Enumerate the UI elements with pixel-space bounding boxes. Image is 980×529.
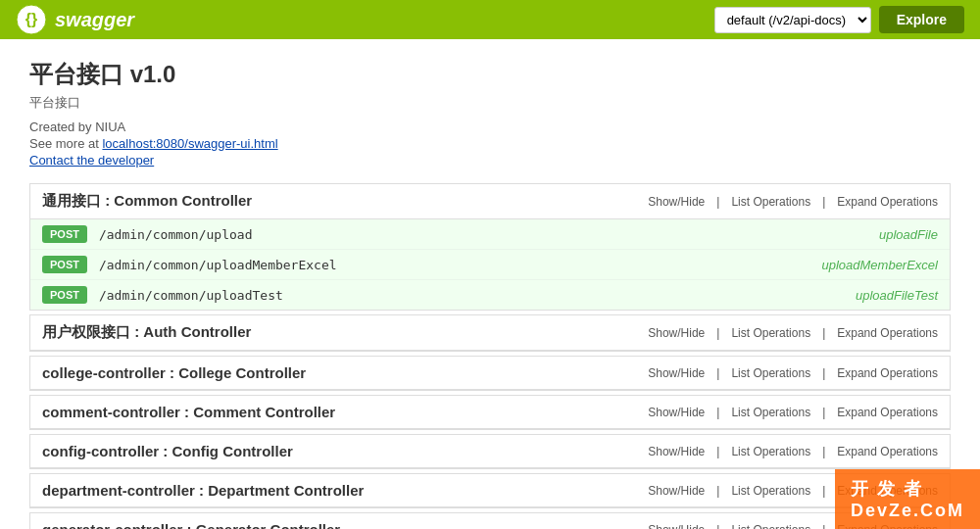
controller-show-hide-college-controller[interactable]: Show/Hide — [648, 366, 705, 380]
controller-show-hide-config-controller[interactable]: Show/Hide — [648, 445, 705, 458]
controller-actions-config-controller: Show/Hide | List Operations | Expand Ope… — [648, 445, 938, 458]
controller-title-generator-controller: generator-controller : Generator Control… — [42, 521, 340, 529]
controller-list-operations-common-controller[interactable]: List Operations — [731, 195, 810, 209]
controller-show-hide-comment-controller[interactable]: Show/Hide — [648, 406, 705, 419]
controller-actions-common-controller: Show/Hide | List Operations | Expand Ope… — [648, 195, 938, 209]
controller-actions-college-controller: Show/Hide | List Operations | Expand Ope… — [648, 366, 938, 380]
created-by-text: Created by NIUA — [29, 120, 951, 134]
endpoint-row[interactable]: POST/admin/common/uploaduploadFile — [30, 219, 950, 250]
method-badge: POST — [42, 286, 87, 304]
controller-expand-operations-college-controller[interactable]: Expand Operations — [837, 366, 938, 380]
separator: | — [822, 445, 825, 458]
controller-title-config-controller: config-controller : Config Controller — [42, 443, 293, 459]
endpoint-path: /admin/common/uploadMemberExcel — [99, 258, 822, 272]
controller-actions-department-controller: Show/Hide | List Operations | Expand Ope… — [648, 484, 938, 498]
page-subtitle: 平台接口 — [29, 94, 951, 112]
see-more-link[interactable]: localhost:8080/swagger-ui.html — [102, 136, 277, 151]
endpoint-label: uploadFile — [879, 227, 938, 242]
separator: | — [822, 406, 825, 419]
controller-show-hide-department-controller[interactable]: Show/Hide — [648, 484, 705, 498]
controller-expand-operations-department-controller[interactable]: Expand Operations — [837, 484, 938, 498]
controller-section-college-controller: college-controller : College ControllerS… — [29, 356, 951, 391]
header-left: {} swagger — [16, 4, 134, 35]
separator: | — [716, 523, 719, 530]
separator: | — [822, 523, 825, 530]
controller-title-college-controller: college-controller : College Controller — [42, 364, 306, 381]
endpoint-path: /admin/common/upload — [99, 227, 879, 242]
page-title: 平台接口 v1.0 — [29, 59, 951, 90]
api-docs-select[interactable]: default (/v2/api-docs) — [714, 7, 871, 33]
separator: | — [822, 484, 825, 498]
method-badge: POST — [42, 256, 87, 273]
see-more-line: See more at localhost:8080/swagger-ui.ht… — [29, 136, 951, 151]
controller-section-config-controller: config-controller : Config ControllerSho… — [29, 434, 951, 469]
separator: | — [822, 195, 825, 209]
separator: | — [822, 366, 825, 380]
controller-list-operations-college-controller[interactable]: List Operations — [731, 366, 810, 380]
controller-actions-generator-controller: Show/Hide | List Operations | Expand Ope… — [648, 523, 938, 530]
contact-developer-link[interactable]: Contact the developer — [29, 153, 154, 168]
controller-show-hide-auth-controller[interactable]: Show/Hide — [648, 326, 705, 340]
controller-header-generator-controller: generator-controller : Generator Control… — [30, 513, 950, 529]
controller-header-comment-controller: comment-controller : Comment ControllerS… — [30, 396, 950, 429]
controller-section-department-controller: department-controller : Department Contr… — [29, 473, 951, 508]
controller-header-college-controller: college-controller : College ControllerS… — [30, 357, 950, 390]
separator: | — [716, 195, 719, 209]
separator: | — [822, 326, 825, 340]
separator: | — [716, 484, 719, 498]
controller-title-common-controller: 通用接口 : Common Controller — [42, 192, 252, 211]
header: {} swagger default (/v2/api-docs) Explor… — [0, 0, 980, 39]
svg-text:{}: {} — [25, 11, 37, 27]
controller-section-generator-controller: generator-controller : Generator Control… — [29, 512, 951, 529]
header-right: default (/v2/api-docs) Explore — [714, 6, 964, 33]
separator: | — [716, 406, 719, 419]
controller-header-auth-controller: 用户权限接口 : Auth ControllerShow/Hide | List… — [30, 315, 950, 351]
main-content: 平台接口 v1.0 平台接口 Created by NIUA See more … — [0, 39, 980, 529]
controller-list-operations-generator-controller[interactable]: List Operations — [731, 523, 810, 530]
controller-header-department-controller: department-controller : Department Contr… — [30, 474, 950, 507]
swagger-logo-icon: {} — [16, 4, 47, 35]
controller-section-comment-controller: comment-controller : Comment ControllerS… — [29, 395, 951, 430]
see-more-label: See more at — [29, 136, 102, 151]
controller-expand-operations-config-controller[interactable]: Expand Operations — [837, 445, 938, 458]
controller-section-auth-controller: 用户权限接口 : Auth ControllerShow/Hide | List… — [29, 314, 951, 352]
controller-list-operations-auth-controller[interactable]: List Operations — [731, 326, 810, 340]
controller-actions-auth-controller: Show/Hide | List Operations | Expand Ope… — [648, 326, 938, 340]
controller-show-hide-common-controller[interactable]: Show/Hide — [648, 195, 705, 209]
controller-title-auth-controller: 用户权限接口 : Auth Controller — [42, 323, 251, 342]
explore-button[interactable]: Explore — [879, 6, 964, 33]
controllers-container: 通用接口 : Common ControllerShow/Hide | List… — [29, 183, 951, 529]
controller-expand-operations-comment-controller[interactable]: Expand Operations — [837, 406, 938, 419]
controller-show-hide-generator-controller[interactable]: Show/Hide — [648, 523, 705, 530]
controller-title-department-controller: department-controller : Department Contr… — [42, 482, 364, 499]
separator: | — [716, 366, 719, 380]
method-badge: POST — [42, 225, 87, 243]
controller-expand-operations-auth-controller[interactable]: Expand Operations — [837, 326, 938, 340]
endpoint-path: /admin/common/uploadTest — [99, 288, 856, 303]
controller-expand-operations-common-controller[interactable]: Expand Operations — [837, 195, 938, 209]
separator: | — [716, 445, 719, 458]
controller-section-common-controller: 通用接口 : Common ControllerShow/Hide | List… — [29, 183, 951, 311]
separator: | — [716, 326, 719, 340]
endpoint-label: uploadMemberExcel — [821, 258, 938, 272]
endpoint-row[interactable]: POST/admin/common/uploadMemberExceluploa… — [30, 250, 950, 280]
controller-list-operations-department-controller[interactable]: List Operations — [731, 484, 810, 498]
controller-header-config-controller: config-controller : Config ControllerSho… — [30, 435, 950, 468]
controller-expand-operations-generator-controller[interactable]: Expand Operations — [837, 523, 938, 530]
controller-header-common-controller: 通用接口 : Common ControllerShow/Hide | List… — [30, 184, 950, 219]
controller-list-operations-comment-controller[interactable]: List Operations — [731, 406, 810, 419]
endpoint-row[interactable]: POST/admin/common/uploadTestuploadFileTe… — [30, 280, 950, 310]
controller-actions-comment-controller: Show/Hide | List Operations | Expand Ope… — [648, 406, 938, 419]
header-title: swagger — [55, 9, 134, 31]
controller-list-operations-config-controller[interactable]: List Operations — [731, 445, 810, 458]
controller-title-comment-controller: comment-controller : Comment Controller — [42, 404, 335, 420]
contact-link[interactable]: Contact the developer — [29, 153, 951, 168]
endpoint-label: uploadFileTest — [856, 288, 938, 303]
